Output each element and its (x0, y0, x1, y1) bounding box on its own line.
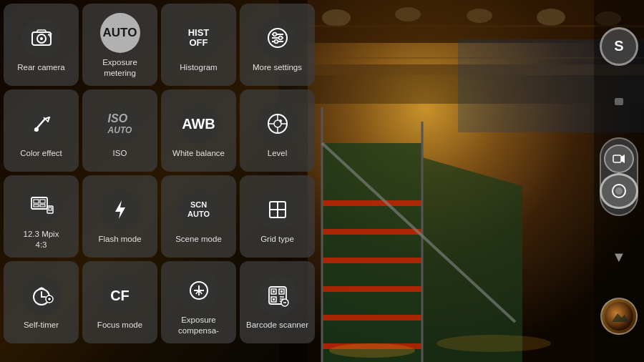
svg-marker-79 (621, 155, 625, 163)
focus-mode-label: Focus mode (97, 320, 142, 331)
histogram-label: Histogram (180, 62, 217, 73)
setting-grid-type[interactable]: Grid type (240, 175, 315, 258)
resolution-label: 12.3 Mpix4:3 (24, 229, 59, 250)
resolution-icon (21, 185, 62, 225)
flash-mode-icon (100, 190, 140, 230)
level-label: Level (268, 148, 288, 159)
shutter-group (600, 137, 638, 216)
svg-point-33 (278, 36, 282, 40)
grid-type-icon (258, 190, 298, 230)
setting-level[interactable]: Level (240, 89, 315, 172)
svg-rect-70 (273, 290, 275, 293)
mode-dial-label: S (614, 38, 623, 54)
setting-resolution[interactable]: 12.3 Mpix4:3 (4, 175, 79, 258)
white-balance-label: White balance (172, 148, 225, 159)
mode-indicator (615, 98, 623, 105)
self-timer-icon (21, 275, 62, 315)
setting-exposure-comp[interactable]: Exposurecompensa- (161, 261, 236, 343)
staircase-scene (279, 0, 644, 362)
svg-marker-8 (279, 0, 644, 43)
scene-mode-icon: SCNAUTO (179, 190, 219, 230)
setting-color-effect[interactable]: Color effect (4, 89, 79, 172)
histogram-icon: HISTOFF (179, 18, 219, 58)
exposure-metering-label: Exposure metering (86, 57, 154, 79)
self-timer-label: Self-timer (24, 320, 59, 331)
focus-mode-icon: CF (100, 275, 140, 315)
svg-rect-15 (322, 315, 422, 321)
svg-rect-52 (49, 207, 52, 210)
setting-exposure-metering[interactable]: AUTO Exposure metering (82, 4, 157, 86)
level-icon (258, 104, 298, 144)
color-effect-icon (21, 104, 62, 144)
setting-iso[interactable]: ISOAUTO ISO (82, 89, 157, 172)
svg-rect-49 (34, 205, 39, 207)
svg-marker-9 (322, 143, 422, 362)
shutter-button[interactable] (600, 173, 638, 210)
svg-point-34 (274, 40, 278, 44)
more-settings-label: More settings (253, 62, 302, 73)
svg-marker-53 (115, 200, 125, 219)
settings-grid: Rear camera AUTO Exposure metering HISTO… (4, 4, 315, 343)
svg-point-32 (273, 33, 276, 36)
svg-point-23 (329, 343, 415, 358)
settings-panel: Rear camera AUTO Exposure metering HISTO… (0, 0, 308, 362)
barcode-scanner-label: Barcode scanner (246, 320, 308, 331)
svg-rect-78 (613, 155, 621, 162)
setting-scene-mode[interactable]: SCNAUTO Scene mode (161, 175, 236, 258)
svg-rect-12 (322, 229, 422, 235)
setting-rear-camera[interactable]: Rear camera (4, 4, 79, 86)
svg-marker-10 (422, 157, 522, 362)
more-settings-icon (258, 18, 298, 58)
svg-rect-11 (322, 200, 422, 206)
setting-focus-mode[interactable]: CF Focus mode (82, 261, 157, 343)
iso-label: ISO (113, 148, 127, 159)
color-effect-label: Color effect (20, 148, 62, 159)
nav-down-arrow[interactable]: ▼ (612, 249, 626, 265)
svg-rect-47 (34, 200, 39, 203)
setting-histogram[interactable]: HISTOFF Histogram (161, 4, 236, 86)
setting-white-balance[interactable]: AWB White balance (161, 89, 236, 172)
scene-mode-label: Scene mode (175, 234, 222, 245)
white-balance-icon: AWB (179, 104, 219, 144)
setting-more[interactable]: More settings (240, 4, 315, 86)
setting-barcode-scanner[interactable]: Barcode scanner (240, 261, 315, 343)
rear-camera-icon (21, 18, 62, 58)
exposure-comp-icon (179, 270, 219, 310)
rear-camera-label: Rear camera (17, 62, 64, 73)
svg-point-81 (615, 187, 623, 195)
grid-type-label: Grid type (260, 234, 294, 245)
exposure-comp-label: Exposurecompensa- (178, 315, 219, 336)
mode-dial[interactable]: S (600, 27, 638, 66)
svg-point-38 (34, 127, 39, 132)
video-button[interactable] (604, 145, 634, 172)
flash-mode-label: Flash mode (98, 234, 141, 245)
svg-rect-71 (273, 298, 275, 300)
gallery-thumbnail[interactable] (600, 298, 638, 335)
svg-rect-48 (40, 200, 45, 203)
exposure-metering-icon: AUTO (100, 13, 140, 53)
svg-point-24 (436, 335, 551, 352)
svg-point-27 (40, 37, 43, 40)
setting-flash-mode[interactable]: Flash mode (82, 175, 157, 258)
svg-point-45 (279, 119, 282, 122)
svg-rect-72 (280, 290, 283, 293)
right-controls-panel: S ▼ (594, 0, 644, 362)
iso-icon: ISOAUTO (100, 104, 140, 144)
svg-rect-50 (40, 205, 45, 207)
mode-dial-circle[interactable]: S (600, 27, 638, 66)
svg-rect-13 (322, 258, 422, 263)
barcode-scanner-icon (258, 275, 298, 315)
shutter-pill (600, 137, 638, 216)
svg-rect-14 (322, 286, 422, 292)
setting-self-timer[interactable]: Self-timer (4, 261, 79, 343)
